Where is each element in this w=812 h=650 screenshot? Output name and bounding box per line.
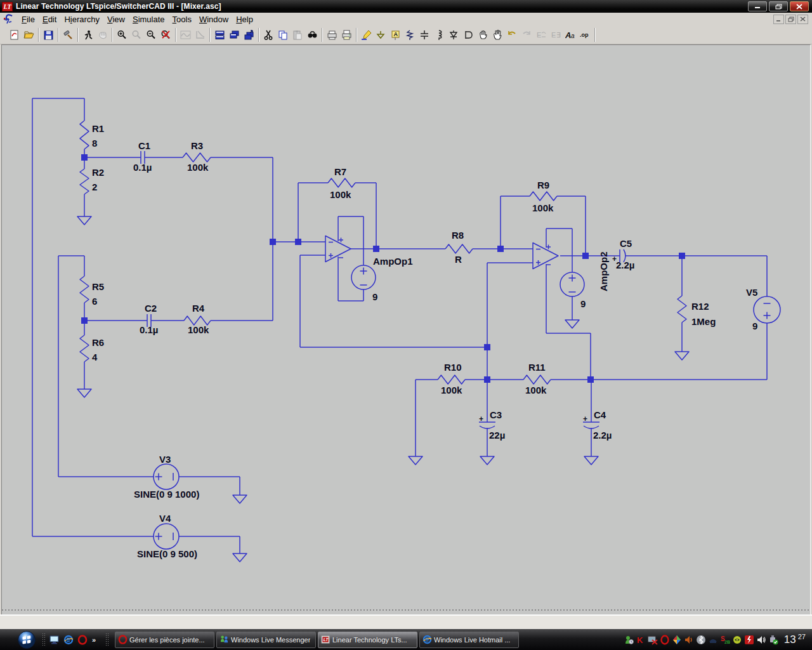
tray-daemon-icon[interactable] — [708, 635, 719, 645]
close-button[interactable] — [790, 1, 809, 11]
schematic-label[interactable]: 100k — [441, 385, 462, 395]
zoom-out-button[interactable] — [144, 28, 159, 42]
schematic-label[interactable]: 9 — [752, 321, 757, 331]
schematic-label[interactable]: R6 — [92, 337, 104, 348]
schematic-label[interactable]: + — [583, 415, 587, 423]
mdi-restore-button[interactable] — [785, 15, 796, 24]
zoom-back-button[interactable] — [129, 28, 144, 42]
resistor-R12[interactable] — [678, 296, 686, 322]
tray-presence-icon[interactable] — [624, 635, 634, 645]
run-button[interactable] — [81, 28, 95, 42]
ground-symbol[interactable] — [233, 554, 247, 562]
task-button[interactable]: LTLinear Technology LTs... — [318, 632, 417, 648]
schematic-label[interactable]: C1 — [138, 140, 150, 151]
schematic-label[interactable]: 9 — [372, 291, 377, 302]
source-V3[interactable] — [154, 464, 179, 489]
tray-usb-icon[interactable] — [768, 635, 779, 645]
cascade-new-button[interactable] — [242, 28, 256, 42]
resistor-R2[interactable] — [80, 169, 89, 194]
schematic-label[interactable]: 6 — [92, 296, 97, 307]
schematic-label[interactable]: R2 — [92, 167, 104, 178]
resistor-R5[interactable] — [80, 276, 89, 303]
schematic-label[interactable]: R3 — [191, 140, 203, 151]
schematic-label[interactable]: 9 — [580, 298, 586, 309]
taskbar-clock[interactable]: 13 27 — [784, 633, 806, 646]
tray-power-icon[interactable] — [744, 635, 755, 645]
print-preview-button[interactable] — [325, 28, 339, 42]
maximize-button[interactable] — [769, 1, 788, 11]
schematic-label[interactable]: 2 — [92, 182, 97, 192]
redo-button[interactable] — [520, 28, 534, 42]
menu-file[interactable]: File — [18, 13, 39, 25]
grid-button[interactable] — [193, 28, 207, 42]
net-label-button[interactable]: A — [388, 28, 403, 42]
menu-window[interactable]: Window — [195, 13, 232, 25]
quicklaunch-opera-icon[interactable] — [75, 633, 89, 647]
menu-tools[interactable]: Tools — [169, 13, 195, 25]
quicklaunch-show-desktop-icon[interactable] — [48, 633, 62, 647]
schematic-label[interactable]: R1 — [92, 123, 104, 134]
schematic-label[interactable]: R10 — [444, 362, 462, 373]
schematic-label[interactable]: R9 — [537, 180, 549, 190]
schematic-label[interactable]: 1Meg — [691, 316, 716, 327]
cascade-windows-button[interactable] — [227, 28, 242, 42]
resistor-R1[interactable] — [80, 121, 89, 149]
zoom-in-button[interactable] — [115, 28, 129, 42]
quicklaunch-chevron-icon[interactable]: » — [89, 633, 103, 647]
schematic-label[interactable]: R12 — [691, 301, 709, 312]
schematic-label[interactable]: C3 — [490, 409, 502, 420]
ground-symbol[interactable] — [675, 352, 689, 360]
resistor-R10[interactable] — [438, 375, 465, 384]
menu-simulate[interactable]: Simulate — [129, 13, 169, 25]
copy-button[interactable] — [276, 28, 291, 42]
schematic-label[interactable]: R8 — [452, 230, 464, 241]
text-tool-button[interactable]: Aa — [563, 28, 578, 42]
schematic-label[interactable]: 2.2µ — [593, 430, 612, 441]
resistor-R8[interactable] — [445, 244, 473, 253]
diode-tool-button[interactable] — [447, 28, 461, 42]
find-button[interactable] — [305, 28, 320, 42]
paste-button[interactable] — [291, 28, 305, 42]
task-button[interactable]: Windows Live Messenger — [216, 632, 316, 648]
ground-symbol[interactable] — [480, 456, 494, 465]
task-button[interactable]: Windows Live Hotmail ... — [419, 632, 519, 648]
task-button[interactable]: Gérer les pièces jointe... — [115, 632, 214, 648]
tray-bluetooth-icon[interactable] — [696, 635, 707, 645]
component-button[interactable] — [461, 28, 476, 42]
schematic-label[interactable]: + — [479, 415, 483, 423]
undo-button[interactable] — [505, 28, 520, 42]
schematic-label[interactable]: V4 — [159, 513, 171, 524]
tray-opera-tray-icon[interactable] — [660, 635, 671, 645]
schematic-label[interactable]: V3 — [159, 454, 171, 465]
schematic-label[interactable]: 22µ — [489, 430, 505, 441]
ground-symbol[interactable] — [409, 456, 422, 465]
mirror-button[interactable]: E∃ — [549, 28, 563, 42]
resistor-R9[interactable] — [530, 192, 557, 201]
schematic-canvas[interactable]: .w{stroke:#3232c8;stroke-width:1.5;fill:… — [1, 44, 811, 614]
tray-nvidia-icon[interactable] — [732, 635, 743, 645]
schematic-label[interactable]: 8 — [92, 138, 97, 149]
source-V5[interactable] — [754, 296, 780, 323]
menu-hierarchy[interactable]: Hierarchy — [60, 13, 103, 25]
schematic-label[interactable]: AmpOp1 — [373, 256, 413, 267]
ground-tool-button[interactable] — [374, 28, 388, 42]
tile-windows-button[interactable] — [213, 28, 227, 42]
schematic-label[interactable]: 2.2µ — [616, 260, 635, 270]
cut-button[interactable] — [261, 28, 276, 42]
schematic-label[interactable]: SINE(0 9 500) — [137, 548, 197, 559]
menu-help[interactable]: Help — [232, 13, 257, 25]
capacitor-tool-button[interactable] — [417, 28, 432, 42]
schematic-label[interactable]: C4 — [594, 409, 606, 420]
schematic-label[interactable]: R11 — [528, 362, 546, 373]
schematic-label[interactable]: SINE(0 9 1000) — [134, 489, 199, 500]
schematic-label[interactable]: R — [455, 254, 462, 265]
spice-directive-button[interactable]: .op — [578, 28, 593, 42]
ground-symbol[interactable] — [77, 216, 91, 225]
mdi-minimize-button[interactable] — [773, 15, 784, 24]
schematic-label[interactable]: 100k — [187, 162, 209, 173]
halt-button[interactable] — [95, 28, 110, 42]
schematic-label[interactable]: V5 — [746, 287, 757, 298]
tray-display-error-icon[interactable] — [648, 635, 658, 645]
menu-edit[interactable]: Edit — [39, 13, 60, 25]
tray-s2b-icon[interactable]: S2B — [720, 635, 731, 645]
